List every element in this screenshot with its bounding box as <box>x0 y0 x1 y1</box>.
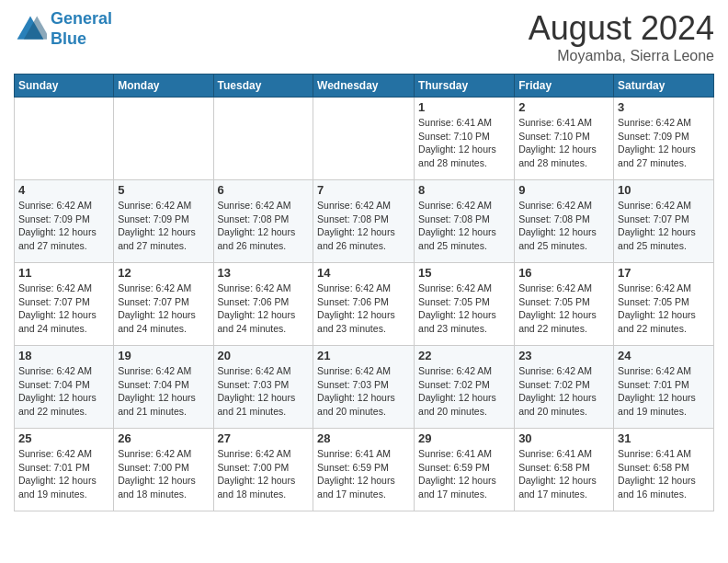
day-info: Sunrise: 6:41 AM Sunset: 6:59 PM Dayligh… <box>317 447 410 501</box>
calendar-day-cell <box>15 98 114 180</box>
calendar-day-cell: 31Sunrise: 6:41 AM Sunset: 6:58 PM Dayli… <box>614 429 714 511</box>
day-number: 29 <box>418 431 510 445</box>
day-number: 17 <box>618 266 710 280</box>
calendar-day-cell <box>313 98 415 180</box>
page: General Blue August 2024 Moyamba, Sierra… <box>0 0 728 521</box>
day-info: Sunrise: 6:42 AM Sunset: 7:08 PM Dayligh… <box>317 199 410 253</box>
day-info: Sunrise: 6:41 AM Sunset: 7:10 PM Dayligh… <box>518 116 609 170</box>
day-number: 18 <box>18 349 109 362</box>
location: Moyamba, Sierra Leone <box>529 48 714 64</box>
day-info: Sunrise: 6:42 AM Sunset: 7:09 PM Dayligh… <box>118 199 209 253</box>
calendar-day-cell: 5Sunrise: 6:42 AM Sunset: 7:09 PM Daylig… <box>114 180 213 263</box>
day-number: 13 <box>218 266 310 280</box>
calendar-day-cell: 12Sunrise: 6:42 AM Sunset: 7:07 PM Dayli… <box>114 263 213 346</box>
day-number: 21 <box>317 349 410 362</box>
calendar-week-row: 11Sunrise: 6:42 AM Sunset: 7:07 PM Dayli… <box>15 263 714 346</box>
day-info: Sunrise: 6:42 AM Sunset: 7:06 PM Dayligh… <box>218 282 310 336</box>
day-number: 23 <box>518 349 609 362</box>
calendar-day-cell: 15Sunrise: 6:42 AM Sunset: 7:05 PM Dayli… <box>415 263 515 346</box>
calendar-day-cell: 22Sunrise: 6:42 AM Sunset: 7:02 PM Dayli… <box>415 346 515 429</box>
day-number: 9 <box>518 183 609 197</box>
calendar-day-cell: 26Sunrise: 6:42 AM Sunset: 7:00 PM Dayli… <box>114 429 213 511</box>
day-info: Sunrise: 6:42 AM Sunset: 7:05 PM Dayligh… <box>418 282 510 336</box>
calendar-day-cell <box>213 98 313 180</box>
day-info: Sunrise: 6:42 AM Sunset: 7:04 PM Dayligh… <box>18 364 109 419</box>
calendar-day-cell: 21Sunrise: 6:42 AM Sunset: 7:03 PM Dayli… <box>313 346 415 429</box>
day-number: 19 <box>118 349 209 362</box>
calendar-day-cell: 13Sunrise: 6:42 AM Sunset: 7:06 PM Dayli… <box>213 263 313 346</box>
day-number: 24 <box>618 349 710 362</box>
logo-icon <box>14 13 47 46</box>
logo-text: General Blue <box>51 9 112 49</box>
day-number: 14 <box>317 266 410 280</box>
calendar-day-cell: 11Sunrise: 6:42 AM Sunset: 7:07 PM Dayli… <box>15 263 114 346</box>
calendar-day-cell: 10Sunrise: 6:42 AM Sunset: 7:07 PM Dayli… <box>614 180 714 263</box>
day-number: 31 <box>618 431 710 445</box>
day-info: Sunrise: 6:42 AM Sunset: 7:04 PM Dayligh… <box>118 364 209 419</box>
day-info: Sunrise: 6:41 AM Sunset: 6:58 PM Dayligh… <box>518 447 609 501</box>
day-of-week-header: Wednesday <box>313 75 415 98</box>
day-info: Sunrise: 6:42 AM Sunset: 7:01 PM Dayligh… <box>618 364 710 419</box>
day-info: Sunrise: 6:42 AM Sunset: 7:08 PM Dayligh… <box>418 199 510 253</box>
day-info: Sunrise: 6:42 AM Sunset: 7:09 PM Dayligh… <box>618 116 710 170</box>
calendar-table: SundayMondayTuesdayWednesdayThursdayFrid… <box>14 74 714 511</box>
day-info: Sunrise: 6:41 AM Sunset: 6:59 PM Dayligh… <box>418 447 510 501</box>
day-info: Sunrise: 6:42 AM Sunset: 7:00 PM Dayligh… <box>118 447 209 501</box>
calendar-body: 1Sunrise: 6:41 AM Sunset: 7:10 PM Daylig… <box>15 98 714 511</box>
calendar-day-cell <box>114 98 213 180</box>
day-number: 1 <box>418 100 510 114</box>
day-number: 16 <box>518 266 609 280</box>
day-info: Sunrise: 6:42 AM Sunset: 7:05 PM Dayligh… <box>518 282 609 336</box>
calendar-day-cell: 4Sunrise: 6:42 AM Sunset: 7:09 PM Daylig… <box>15 180 114 263</box>
calendar-day-cell: 16Sunrise: 6:42 AM Sunset: 7:05 PM Dayli… <box>515 263 614 346</box>
calendar-day-cell: 8Sunrise: 6:42 AM Sunset: 7:08 PM Daylig… <box>415 180 515 263</box>
month-title: August 2024 <box>529 9 714 48</box>
calendar-week-row: 4Sunrise: 6:42 AM Sunset: 7:09 PM Daylig… <box>15 180 714 263</box>
calendar-day-cell: 27Sunrise: 6:42 AM Sunset: 7:00 PM Dayli… <box>213 429 313 511</box>
header: General Blue August 2024 Moyamba, Sierra… <box>14 9 714 64</box>
calendar-day-cell: 28Sunrise: 6:41 AM Sunset: 6:59 PM Dayli… <box>313 429 415 511</box>
day-number: 11 <box>18 266 109 280</box>
day-info: Sunrise: 6:42 AM Sunset: 7:09 PM Dayligh… <box>18 199 109 253</box>
day-number: 7 <box>317 183 410 197</box>
calendar-day-cell: 14Sunrise: 6:42 AM Sunset: 7:06 PM Dayli… <box>313 263 415 346</box>
calendar-day-cell: 18Sunrise: 6:42 AM Sunset: 7:04 PM Dayli… <box>15 346 114 429</box>
day-number: 10 <box>618 183 710 197</box>
calendar-day-cell: 29Sunrise: 6:41 AM Sunset: 6:59 PM Dayli… <box>415 429 515 511</box>
day-of-week-header: Sunday <box>15 75 114 98</box>
logo: General Blue <box>14 9 112 49</box>
calendar-day-cell: 1Sunrise: 6:41 AM Sunset: 7:10 PM Daylig… <box>415 98 515 180</box>
day-number: 20 <box>218 349 310 362</box>
calendar-week-row: 1Sunrise: 6:41 AM Sunset: 7:10 PM Daylig… <box>15 98 714 180</box>
day-info: Sunrise: 6:42 AM Sunset: 7:07 PM Dayligh… <box>118 282 209 336</box>
calendar-day-cell: 6Sunrise: 6:42 AM Sunset: 7:08 PM Daylig… <box>213 180 313 263</box>
day-number: 8 <box>418 183 510 197</box>
day-number: 4 <box>18 183 109 197</box>
day-info: Sunrise: 6:42 AM Sunset: 7:08 PM Dayligh… <box>218 199 310 253</box>
day-of-week-header: Saturday <box>614 75 714 98</box>
day-info: Sunrise: 6:42 AM Sunset: 7:03 PM Dayligh… <box>218 364 310 419</box>
title-block: August 2024 Moyamba, Sierra Leone <box>529 9 714 64</box>
calendar-day-cell: 30Sunrise: 6:41 AM Sunset: 6:58 PM Dayli… <box>515 429 614 511</box>
day-number: 15 <box>418 266 510 280</box>
day-number: 25 <box>18 431 109 445</box>
calendar-week-row: 25Sunrise: 6:42 AM Sunset: 7:01 PM Dayli… <box>15 429 714 511</box>
day-info: Sunrise: 6:42 AM Sunset: 7:05 PM Dayligh… <box>618 282 710 336</box>
header-row: SundayMondayTuesdayWednesdayThursdayFrid… <box>15 75 714 98</box>
calendar-day-cell: 3Sunrise: 6:42 AM Sunset: 7:09 PM Daylig… <box>614 98 714 180</box>
day-info: Sunrise: 6:42 AM Sunset: 7:01 PM Dayligh… <box>18 447 109 501</box>
day-number: 30 <box>518 431 609 445</box>
day-number: 22 <box>418 349 510 362</box>
day-info: Sunrise: 6:41 AM Sunset: 7:10 PM Dayligh… <box>418 116 510 170</box>
logo-line2: Blue <box>51 29 86 48</box>
calendar-day-cell: 7Sunrise: 6:42 AM Sunset: 7:08 PM Daylig… <box>313 180 415 263</box>
calendar-day-cell: 20Sunrise: 6:42 AM Sunset: 7:03 PM Dayli… <box>213 346 313 429</box>
day-number: 26 <box>118 431 209 445</box>
day-info: Sunrise: 6:42 AM Sunset: 7:07 PM Dayligh… <box>18 282 109 336</box>
day-number: 3 <box>618 100 710 114</box>
day-of-week-header: Friday <box>515 75 614 98</box>
day-info: Sunrise: 6:42 AM Sunset: 7:00 PM Dayligh… <box>218 447 310 501</box>
day-of-week-header: Monday <box>114 75 213 98</box>
calendar-day-cell: 17Sunrise: 6:42 AM Sunset: 7:05 PM Dayli… <box>614 263 714 346</box>
day-number: 28 <box>317 431 410 445</box>
